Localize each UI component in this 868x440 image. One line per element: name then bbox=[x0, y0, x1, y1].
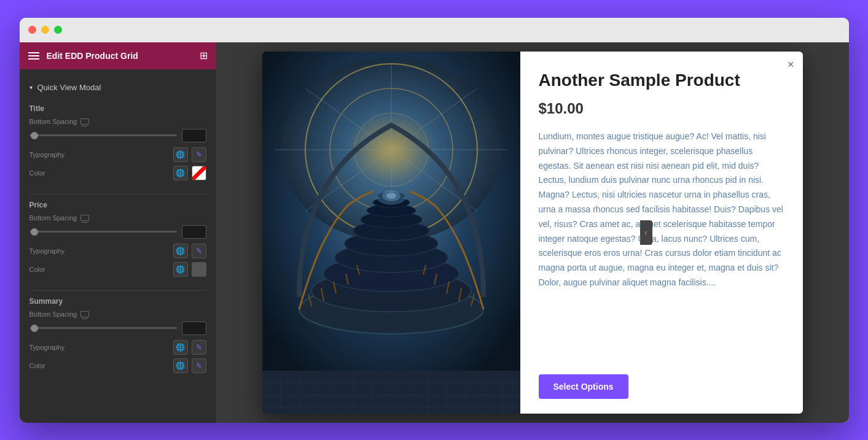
product-modal: × bbox=[262, 52, 803, 414]
summary-bottom-spacing-row: Bottom Spacing bbox=[29, 311, 206, 318]
divider-1 bbox=[29, 194, 206, 195]
app-window: Edit EDD Product Grid ⊞ ▾ Quick View Mod… bbox=[20, 18, 849, 423]
summary-monitor-icon[interactable] bbox=[80, 311, 89, 317]
price-typography-icons: 🌐 ✎ bbox=[173, 244, 206, 258]
price-color-row: Color 🌐 bbox=[29, 262, 206, 277]
sidebar-content: ▾ Quick View Modal Title Bottom Spacing bbox=[20, 69, 216, 423]
title-bottom-spacing-label: Bottom Spacing bbox=[29, 118, 90, 125]
arrow-down-icon: ▾ bbox=[29, 84, 33, 91]
staircase-illustration bbox=[262, 52, 520, 414]
summary-color-row: Color 🌐 ✎ bbox=[29, 358, 206, 373]
product-image bbox=[262, 52, 520, 414]
title-section-label: Title bbox=[29, 104, 206, 113]
product-title: Another Sample Product bbox=[539, 70, 784, 91]
title-spacing-thumb bbox=[31, 132, 38, 139]
minimize-button[interactable] bbox=[41, 26, 49, 34]
title-spacing-slider-row bbox=[29, 129, 206, 142]
title-typography-row: Typography 🌐 ✎ bbox=[29, 147, 206, 162]
summary-typography-icons: 🌐 ✎ bbox=[173, 340, 206, 355]
price-typography-row: Typography 🌐 ✎ bbox=[29, 244, 206, 258]
title-typography-globe-icon[interactable]: 🌐 bbox=[173, 147, 188, 162]
price-color-swatch[interactable] bbox=[192, 262, 206, 277]
summary-color-edit-icon[interactable]: ✎ bbox=[192, 358, 206, 373]
sidebar: Edit EDD Product Grid ⊞ ▾ Quick View Mod… bbox=[20, 42, 216, 423]
summary-typography-edit-icon[interactable]: ✎ bbox=[192, 340, 206, 355]
sidebar-header: Edit EDD Product Grid ⊞ bbox=[20, 42, 216, 69]
title-typography-label: Typography bbox=[29, 151, 65, 158]
summary-spacing-slider[interactable] bbox=[29, 327, 177, 329]
price-spacing-slider[interactable] bbox=[29, 231, 177, 233]
product-description: Lundium, montes augue tristique augue? A… bbox=[539, 129, 784, 359]
summary-typography-row: Typography 🌐 ✎ bbox=[29, 340, 206, 355]
monitor-icon[interactable] bbox=[80, 118, 89, 125]
app-body: Edit EDD Product Grid ⊞ ▾ Quick View Mod… bbox=[20, 42, 849, 423]
product-price: $10.00 bbox=[539, 100, 784, 117]
price-spacing-input[interactable] bbox=[182, 225, 206, 239]
title-color-swatch[interactable] bbox=[192, 166, 206, 180]
price-color-label: Color bbox=[29, 266, 45, 273]
title-typography-icons: 🌐 ✎ bbox=[173, 147, 206, 162]
summary-section: Summary Bottom Spacing bbox=[20, 297, 216, 384]
select-options-button[interactable]: Select Options bbox=[539, 374, 628, 399]
collapse-toggle[interactable]: ‹ bbox=[640, 220, 652, 245]
summary-color-globe-icon[interactable]: 🌐 bbox=[173, 358, 188, 373]
title-section: Title Bottom Spacing T bbox=[20, 104, 216, 191]
price-monitor-icon[interactable] bbox=[80, 215, 89, 221]
title-color-icons: 🌐 bbox=[173, 166, 206, 180]
price-color-globe-icon[interactable]: 🌐 bbox=[173, 262, 188, 277]
close-button[interactable] bbox=[28, 26, 36, 34]
title-color-label: Color bbox=[29, 169, 45, 177]
title-typography-edit-icon[interactable]: ✎ bbox=[192, 147, 206, 162]
summary-typography-globe-icon[interactable]: 🌐 bbox=[173, 340, 188, 355]
product-info: Another Sample Product $10.00 Lundium, m… bbox=[520, 52, 803, 414]
price-typography-globe-icon[interactable]: 🌐 bbox=[173, 244, 188, 258]
titlebar-buttons bbox=[28, 26, 62, 34]
price-section-label: Price bbox=[29, 201, 206, 209]
price-typography-edit-icon[interactable]: ✎ bbox=[192, 244, 206, 258]
summary-section-label: Summary bbox=[29, 297, 206, 306]
price-color-icons: 🌐 bbox=[173, 262, 206, 277]
hamburger-icon[interactable] bbox=[28, 52, 39, 60]
sidebar-title: Edit EDD Product Grid bbox=[47, 51, 192, 61]
quick-view-modal-header[interactable]: ▾ Quick View Modal bbox=[20, 77, 216, 98]
price-section: Price Bottom Spacing T bbox=[20, 201, 216, 288]
price-bottom-spacing-row: Bottom Spacing bbox=[29, 214, 206, 222]
title-color-globe-icon[interactable]: 🌐 bbox=[173, 166, 188, 180]
product-image-placeholder bbox=[262, 52, 520, 414]
grid-icon[interactable]: ⊞ bbox=[200, 50, 208, 61]
title-spacing-slider[interactable] bbox=[29, 134, 177, 136]
price-bottom-spacing-label: Bottom Spacing bbox=[29, 214, 90, 222]
summary-color-icons: 🌐 ✎ bbox=[173, 358, 206, 373]
price-typography-label: Typography bbox=[29, 247, 65, 255]
summary-spacing-thumb bbox=[31, 325, 38, 332]
quick-view-modal-label: Quick View Modal bbox=[37, 83, 101, 92]
modal-close-button[interactable]: × bbox=[788, 59, 794, 70]
summary-spacing-input[interactable] bbox=[182, 322, 206, 335]
titlebar bbox=[20, 18, 849, 42]
title-spacing-input[interactable] bbox=[182, 129, 206, 142]
divider-2 bbox=[29, 290, 206, 291]
summary-color-label: Color bbox=[29, 362, 45, 369]
maximize-button[interactable] bbox=[54, 26, 62, 34]
summary-bottom-spacing-label: Bottom Spacing bbox=[29, 311, 90, 318]
summary-typography-label: Typography bbox=[29, 344, 65, 351]
price-spacing-slider-row bbox=[29, 225, 206, 239]
main-content: ‹ × bbox=[216, 42, 849, 423]
title-color-row: Color 🌐 bbox=[29, 166, 206, 180]
summary-spacing-slider-row bbox=[29, 322, 206, 335]
svg-point-48 bbox=[386, 193, 396, 199]
title-bottom-spacing-row: Bottom Spacing bbox=[29, 118, 206, 125]
price-spacing-thumb bbox=[31, 228, 38, 236]
